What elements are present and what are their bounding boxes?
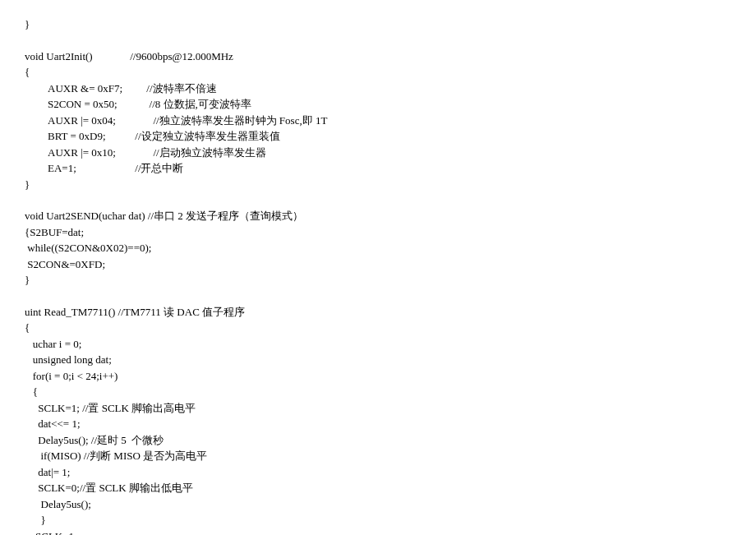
code-line: SCLK=0;//置 SCLK 脚输出低电平 [25,480,731,496]
code-line [25,192,731,208]
code-line: dat|= 1; [25,464,731,481]
code-line: } [25,512,731,528]
code-line: { [25,320,731,336]
code-line: } [25,16,731,33]
code-line: {S2BUF=dat; [25,224,731,241]
code-line: BRT = 0xD9; //设定独立波特率发生器重装值 [25,128,731,145]
code-line: { [25,384,731,400]
code-line: unsigned long dat; [25,352,731,368]
code-line: void Uart2Init() //9600bps@12.000MHz [25,48,731,65]
code-line: S2CON = 0x50; //8 位数据,可变波特率 [25,96,731,113]
code-line: while((S2CON&0X02)==0); [25,240,731,256]
code-line: uint Read_TM7711() //TM7711 读 DAC 值子程序 [25,304,731,321]
code-line: for(i = 0;i < 24;i++) [25,368,731,385]
code-line: { [25,64,731,81]
code-line: SCLK=1; [25,528,731,536]
code-line: dat<<= 1; [25,416,731,432]
code-line: AUXR |= 0x10; //启动独立波特率发生器 [25,145,731,161]
code-line: AUXR &= 0xF7; //波特率不倍速 [25,81,731,97]
code-line: if(MISO) //判断 MISO 是否为高电平 [25,448,731,464]
code-line: S2CON&=0XFD; [25,256,731,273]
code-document: }void Uart2Init() //9600bps@12.000MHz{AU… [25,16,731,535]
code-line: uchar i = 0; [25,336,731,353]
code-line: } [25,272,731,288]
code-line [25,33,731,48]
code-line: } [25,177,731,193]
code-line: AUXR |= 0x04; //独立波特率发生器时钟为 Fosc,即 1T [25,113,731,129]
code-line: SCLK=1; //置 SCLK 脚输出高电平 [25,400,731,417]
code-line: Delay5us(); [25,496,731,513]
code-line: EA=1; //开总中断 [25,160,731,177]
code-line: Delay5us(); //延时 5 个微秒 [25,432,731,449]
code-line: void Uart2SEND(uchar dat) //串口 2 发送子程序（查… [25,208,731,224]
code-line [25,288,731,304]
